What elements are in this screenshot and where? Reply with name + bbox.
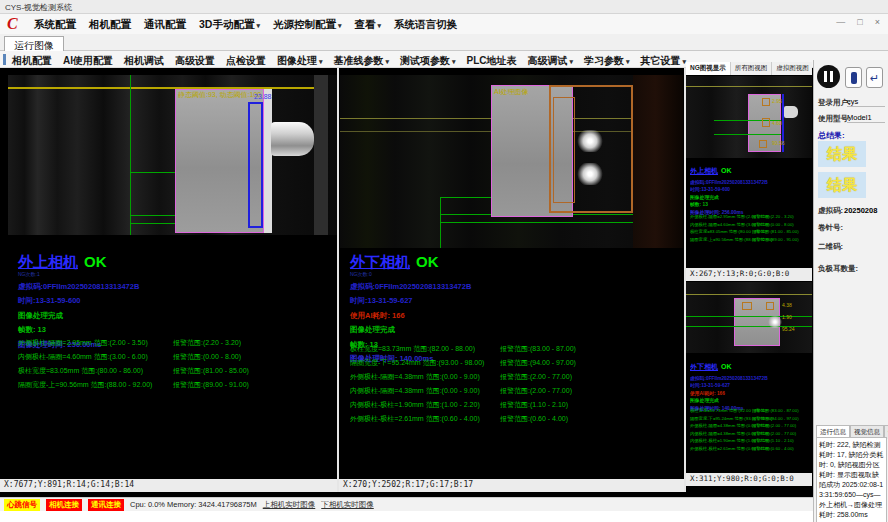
thumbnail2-status: 图像处理完成 <box>690 397 812 403</box>
alarm-range-text: 报警范围:(0.00 - 8.00) <box>173 352 241 362</box>
upper-camera-live-link[interactable]: 上相机实时图像 <box>263 500 316 510</box>
menu-item-系统语言切换[interactable]: 系统语言切换 <box>394 18 457 32</box>
roll-needle-label: 卷针号: <box>818 223 843 233</box>
thumbnail2-result-block: 外下相机OK 虚拟码:0FFIIm2025020813313472B 时间:13… <box>690 355 812 411</box>
side-view-tabs: NG图视显示所有图视图虚拟图视图 <box>686 62 812 75</box>
thumbnail1-status: 图像处理完成 <box>690 194 812 200</box>
close-icon[interactable]: × <box>875 17 880 27</box>
menu-item-光源控制配置[interactable]: 光源控制配置▾ <box>273 18 342 32</box>
menu-item-通讯配置[interactable]: 通讯配置 <box>144 18 186 32</box>
toolbar-item-高级设置[interactable]: 高级设置 <box>175 54 215 68</box>
camera-view-upper[interactable]: 静态阈值:93, 动态阈值:100 23.88 <box>8 75 337 235</box>
alarm-range-text: 报警范围:(1.10 - 2.10) <box>752 438 794 443</box>
pause-button[interactable] <box>817 65 840 88</box>
return-arrow-icon: ↵ <box>870 72 879 84</box>
chevron-down-icon: ▾ <box>570 58 574 65</box>
measurement-row: 极柱宽度=83.73mm 范围:(82.00 - 88.00)报警范围:(83.… <box>350 344 680 358</box>
tool-button-1[interactable] <box>845 67 862 88</box>
defect-box-overlay <box>766 302 774 310</box>
alarm-range-text: 报警范围:(81.00 - 85.00) <box>173 366 249 376</box>
toolbar-item-AI使用配置[interactable]: AI使用配置 <box>63 54 113 68</box>
comm-connection-badge: 通讯连接 <box>88 499 124 511</box>
measure-label-overlay: 1.90 <box>782 314 792 320</box>
toolbar-item-相机调试[interactable]: 相机调试 <box>124 54 164 68</box>
toolbar-item-PLC地址表[interactable]: PLC地址表 <box>467 54 517 68</box>
menu-item-3D手动配置[interactable]: 3D手动配置▾ <box>199 18 260 32</box>
title-bar: CYS-视觉检测系统 <box>0 0 888 14</box>
toolbar-item-其它设置[interactable]: 其它设置▾ <box>641 54 687 68</box>
side-tab-NG图视显示[interactable]: NG图视显示 <box>686 62 731 75</box>
thumbnail-view-upper[interactable]: 2.954.6090.56 <box>686 76 812 158</box>
measurement-text: 内侧极柱-隔圈=4.38mm 范围:(0.00 - 9.00) <box>350 386 480 396</box>
camera2-title: 外下相机 <box>350 253 410 270</box>
toolbar-item-图像处理[interactable]: 图像处理▾ <box>277 54 323 68</box>
camera-connection-badge: 相机连接 <box>46 499 82 511</box>
camera2-status: 图像处理完成 <box>350 325 670 335</box>
minimize-icon[interactable]: — <box>836 17 845 27</box>
measure-line-overlay <box>440 197 491 198</box>
camera1-measurements: 外侧极柱-隔圈=2.95mm 范围:(2.00 - 3.50)报警范围:(2.2… <box>18 338 333 394</box>
side-tab-所有图视图[interactable]: 所有图视图 <box>731 62 773 75</box>
measure-line-overlay <box>714 120 781 121</box>
sensor-icon <box>851 72 857 84</box>
alarm-range-text: 报警范围:(94.00 - 97.00) <box>752 416 799 421</box>
toolbar-item-学习参数[interactable]: 学习参数▾ <box>584 54 630 68</box>
thumbnail2-title: 外下相机 <box>690 363 718 370</box>
measurement-row: 外侧极柱-隔圈=2.95mm 范围:(2.00 - 3.50)报警范围:(2.2… <box>690 214 812 222</box>
thumbnail2-time: 时间:13-31-59-627 <box>690 382 812 388</box>
lower-camera-live-link[interactable]: 下相机实时图像 <box>321 500 374 510</box>
defect-box-overlay <box>759 140 767 148</box>
chevron-down-icon: ▾ <box>452 58 456 65</box>
toolbar-item-相机配置[interactable]: 相机配置 <box>12 54 52 68</box>
camera1-barcode: 虚拟码:0FFIIm2025020813313472B <box>18 282 338 292</box>
alarm-range-text: 报警范围:(89.00 - 91.00) <box>752 237 799 242</box>
side-tab-虚拟图视图[interactable]: 虚拟图视图 <box>772 62 814 75</box>
baseline-overlay <box>8 87 320 89</box>
threshold-overlay-text: 静态阈值:93, 动态阈值:100 <box>178 90 261 100</box>
maximize-icon[interactable]: □ <box>857 17 862 27</box>
measurement-row: 极柱宽度=83.05mm 范围:(80.00 - 86.00)报警范围:(81.… <box>18 366 333 380</box>
window-title: CYS-视觉检测系统 <box>5 3 72 12</box>
toolbar-item-测试项参数[interactable]: 测试项参数▾ <box>400 54 456 68</box>
thumbnail1-barcode: 虚拟码:0FFIIm2025020813313472B <box>690 179 812 185</box>
thumbnail-view-lower[interactable]: 4.381.9095.24 <box>686 282 812 353</box>
clip-object <box>784 106 798 118</box>
chevron-down-icon: ▾ <box>319 58 323 65</box>
ai-overlay-text: AI处理图像 <box>494 87 529 97</box>
total-result-label: 总结果: <box>818 130 845 141</box>
menu-item-查看[interactable]: 查看▾ <box>354 18 381 32</box>
menu-item-相机配置[interactable]: 相机配置 <box>89 18 131 32</box>
toolbar-item-点检设置[interactable]: 点检设置 <box>226 54 266 68</box>
thumbnail1-coordinate-bar: X:267;Y:13;R:0;G:0;B:0 <box>686 268 812 281</box>
tool-button-2[interactable]: ↵ <box>866 67 883 88</box>
app-logo-icon: C <box>7 15 18 33</box>
cpu-memory-status: Cpu: 0.0% Memory: 3424.41796875M <box>130 500 257 509</box>
result-box-2-text: 结果 <box>827 176 857 193</box>
login-user-value[interactable]: cys <box>847 97 885 107</box>
camera2-coordinate-bar: X:270;Y:2502;R:17;G:17;B:17 <box>339 479 684 492</box>
tab-strip: 运行图像 <box>0 34 888 51</box>
measurement-text: 内侧极柱-隔圈=4.60mm 范围:(3.00 - 6.00) <box>18 352 148 362</box>
status-bar: 心跳信号 相机连接 通讯连接 Cpu: 0.0% Memory: 3424.41… <box>0 497 813 511</box>
model-value[interactable]: Model1 <box>847 113 885 123</box>
chevron-down-icon: ▾ <box>338 22 342 29</box>
pause-icon <box>824 71 827 82</box>
alarm-range-text: 报警范围:(2.00 - 77.00) <box>752 431 796 436</box>
defect-box-overlay <box>762 98 770 106</box>
toolbar-item-高级调试[interactable]: 高级调试▾ <box>528 54 574 68</box>
camera-view-lower[interactable]: AI处理图像 <box>340 75 683 248</box>
measurement-text: 隔圈宽度-下=95.24mm 范围:(93.00 - 98.00) <box>350 358 484 368</box>
log-output[interactable]: 耗时: 222, 缺陷检测耗时: 17, 缺陷分类耗时: 0, 缺陷视图分区耗时… <box>816 437 887 522</box>
measurement-row: 内侧极柱-极柱=1.90mm 范围:(1.00 - 2.20)报警范围:(1.1… <box>350 400 680 414</box>
alarm-range-text: 报警范围:(2.20 - 3.20) <box>752 214 794 219</box>
alarm-range-text: 报警范围:(81.00 - 85.00) <box>752 229 799 234</box>
measure-label-overlay: 4.60 <box>772 120 782 126</box>
chevron-down-icon: ▾ <box>626 58 630 65</box>
camera1-result-block: 外上相机OK NG次数:1 虚拟码:0FFIIm2025020813313472… <box>18 253 338 350</box>
baseline-overlay <box>686 86 812 87</box>
measurement-text: 隔圈宽度-上=90.56mm 范围:(88.00 - 92.00) <box>18 380 152 390</box>
toolbar-item-基准线参数[interactable]: 基准线参数▾ <box>334 54 390 68</box>
menu-item-系统配置[interactable]: 系统配置 <box>34 18 76 32</box>
app-window: CYS-视觉检测系统 C 系统配置相机配置通讯配置3D手动配置▾光源控制配置▾查… <box>0 0 888 522</box>
alarm-range-text: 报警范围:(83.00 - 87.00) <box>500 344 576 354</box>
